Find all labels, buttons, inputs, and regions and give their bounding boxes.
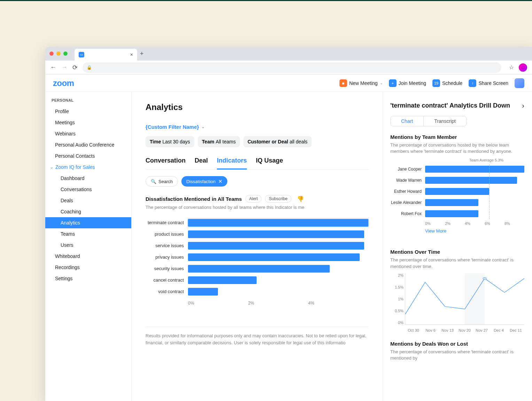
chevron-right-icon[interactable]: ›	[522, 102, 524, 110]
subscribe-button[interactable]: Subscribe	[265, 195, 291, 203]
mentions-line-chart: 2%1.5%1%0.5%0% Oct 30Nov 6Nov 13Nov 20No…	[390, 273, 524, 332]
member-bar-row[interactable]: Robert Fox	[390, 208, 524, 219]
search-button[interactable]: 🔍 Search	[146, 176, 178, 187]
member-bar-row[interactable]: Wade Warren	[390, 175, 524, 186]
filter-chip[interactable]: Team All teams	[198, 136, 240, 147]
sidebar-item[interactable]: Profile	[45, 106, 131, 117]
schedule-button[interactable]: 19 Schedule	[432, 79, 462, 87]
bar-label: product issues	[146, 231, 184, 237]
overtime-section-title: Mentions Over Time	[390, 249, 524, 255]
window-maximize[interactable]	[63, 52, 68, 56]
custom-filter-name[interactable]: {Custom Filter Name} ⌄	[146, 124, 368, 130]
member-label: Wade Warren	[390, 178, 422, 183]
deals-section-desc: The percentage of conversations where 't…	[390, 349, 524, 361]
tab-iq-usage[interactable]: IQ Usage	[256, 157, 283, 170]
bar-row[interactable]: void contract	[146, 286, 368, 297]
reference-line	[489, 164, 490, 174]
reload-button[interactable]: ⟳	[72, 64, 78, 71]
tab-deal[interactable]: Deal	[195, 157, 208, 170]
search-icon: 🔍	[151, 179, 156, 184]
sidebar-subitem[interactable]: Coaching	[45, 206, 131, 217]
new-meeting-button[interactable]: ■ New Meeting ⌄	[339, 79, 383, 87]
main-content: Analytics {Custom Filter Name} ⌄ Time La…	[132, 92, 382, 401]
bar	[425, 210, 478, 217]
join-meeting-button[interactable]: + Join Meeting	[389, 79, 426, 87]
alert-button[interactable]: Alert	[245, 195, 262, 203]
sidebar-item[interactable]: Webinars	[45, 128, 131, 139]
share-screen-button[interactable]: ↑ Share Screen	[469, 79, 508, 87]
zoom-logo[interactable]: zoom	[53, 78, 74, 88]
bar	[425, 188, 489, 195]
bar-row[interactable]: service issues	[146, 240, 368, 251]
back-button[interactable]: ←	[50, 64, 56, 71]
member-label: Robert Fox	[390, 211, 422, 216]
sidebar-subitem[interactable]: Deals	[45, 195, 131, 206]
sidebar-item[interactable]: Personal Contacts	[45, 150, 131, 162]
reference-line	[489, 187, 490, 196]
member-bar-row[interactable]: Esther Howard	[390, 186, 524, 197]
browser-tab[interactable]: ▭ ×	[75, 49, 137, 61]
sidebar-item-zoom-iq[interactable]: ⌄ Zoom IQ for Sales	[45, 162, 131, 173]
sidebar-subitem[interactable]: Analytics	[45, 217, 131, 228]
sidebar-subitem[interactable]: Teams	[45, 228, 131, 239]
bar-row[interactable]: terminate contract	[146, 217, 368, 228]
browser-tab-bar: ▭ × +	[45, 47, 532, 61]
segment-transcript[interactable]: Transcript	[423, 116, 466, 126]
new-tab-button[interactable]: +	[140, 50, 144, 57]
reference-line	[489, 198, 490, 207]
bar	[188, 230, 364, 238]
bar-label: cancel contract	[146, 277, 184, 283]
view-more-link[interactable]: View More	[390, 226, 524, 241]
sidebar-subitem[interactable]: Dashboard	[45, 173, 131, 184]
members-bar-chart: Jane CooperWade WarrenEsther HowardLesli…	[390, 164, 524, 219]
sidebar-item[interactable]: Settings	[45, 273, 131, 284]
user-avatar[interactable]	[515, 78, 524, 88]
zoom-favicon-icon: ▭	[79, 52, 84, 57]
bar-label: privacy issues	[146, 254, 184, 260]
bar-row[interactable]: product issues	[146, 228, 368, 240]
sidebar-item[interactable]: Meetings	[45, 117, 131, 128]
sidebar-subitem[interactable]: Users	[45, 239, 131, 251]
bar-label: security issues	[146, 266, 184, 271]
sidebar-item[interactable]: Whiteboard	[45, 251, 131, 262]
bookmark-icon[interactable]: ☆	[509, 64, 514, 71]
bar-row[interactable]: cancel contract	[146, 274, 368, 286]
bar-label: service issues	[146, 243, 184, 248]
bar-row[interactable]: security issues	[146, 263, 368, 274]
url-input[interactable]: 🔒	[83, 62, 501, 73]
dissatisfaction-bar-chart: terminate contractproduct issuesservice …	[146, 217, 368, 297]
bar	[188, 265, 330, 273]
sidebar-section-label: PERSONAL	[45, 98, 131, 106]
bar	[188, 288, 218, 296]
page-title: Analytics	[146, 102, 368, 112]
member-bar-row[interactable]: Leslie Alexander	[390, 197, 524, 208]
plus-icon: +	[389, 79, 397, 87]
bar	[188, 276, 257, 284]
window-close[interactable]	[49, 52, 54, 56]
chevron-down-icon: ⌄	[380, 81, 383, 85]
segment-chart[interactable]: Chart	[391, 116, 423, 126]
section-title: Dissatisfaction Mentioned in All Teams	[146, 196, 242, 202]
tab-conversation[interactable]: Conversation	[146, 157, 186, 170]
reference-line	[489, 209, 490, 219]
browser-address-bar: ← → ⟳ 🔒 ☆	[45, 61, 532, 74]
thumbs-down-icon[interactable]: 👎	[297, 196, 304, 202]
window-minimize[interactable]	[56, 52, 61, 56]
sidebar-subitem[interactable]: Conversations	[45, 184, 131, 195]
bar	[188, 253, 360, 261]
chevron-down-icon: ⌄	[202, 125, 204, 129]
bar	[425, 177, 517, 184]
filter-chip[interactable]: Time Last 30 days	[146, 136, 194, 147]
tab-indicators[interactable]: Indicators	[217, 157, 247, 170]
filter-pill-dissatisfaction[interactable]: Dissatisfaction ✕	[181, 176, 227, 187]
browser-profile-avatar[interactable]	[519, 63, 527, 72]
member-bar-row[interactable]: Jane Cooper	[390, 164, 524, 175]
sidebar-item[interactable]: Personal Audio Conference	[45, 139, 131, 150]
remove-pill-icon[interactable]: ✕	[218, 179, 222, 184]
bar-row[interactable]: privacy issues	[146, 251, 368, 263]
bar	[188, 242, 364, 250]
filter-chip[interactable]: Customer or Deal all deals	[243, 136, 312, 147]
sidebar-item[interactable]: Recordings	[45, 262, 131, 273]
drilldown-panel: 'terminate contract' Analytics Drill Dow…	[382, 92, 532, 401]
tab-close-icon[interactable]: ×	[130, 52, 133, 57]
